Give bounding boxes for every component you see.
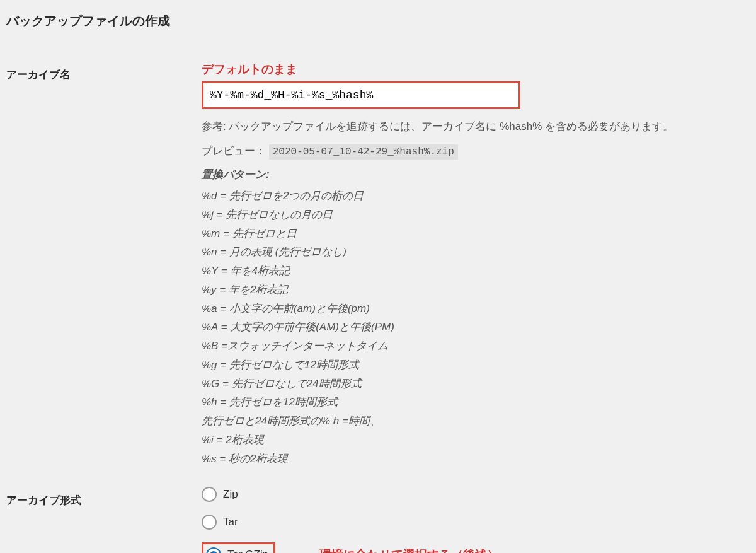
radio-tar-label: Tar <box>223 516 238 528</box>
archive-format-radio-group: Zip Tar Tar GZip 環境に合わせて選択する（後述） <box>202 487 750 553</box>
archive-name-content: デフォルトのまま 参考: バックアップファイルを追跡するには、アーカイブ名に %… <box>202 61 750 468</box>
pattern-item: %i = 2桁表現 <box>202 431 750 450</box>
pattern-list: %d = 先行ゼロを2つの月の桁の日 %j = 先行ゼロなしの月の日 %m = … <box>202 187 750 468</box>
radio-tar[interactable] <box>202 515 217 530</box>
radio-targzip[interactable] <box>206 547 221 553</box>
archive-name-row: アーカイブ名 デフォルトのまま 参考: バックアップファイルを追跡するには、アー… <box>6 61 750 468</box>
pattern-item: %g = 先行ゼロなしで12時間形式 <box>202 356 750 375</box>
pattern-item: %B =スウォッチインターネットタイム <box>202 337 750 356</box>
pattern-item: %G = 先行ゼロなしで24時間形式 <box>202 375 750 393</box>
archive-name-help: 参考: バックアップファイルを追跡するには、アーカイブ名に %hash% を含め… <box>202 118 750 135</box>
pattern-item: %h = 先行ゼロを12時間形式 <box>202 393 750 412</box>
pattern-item: %m = 先行ゼロと日 <box>202 224 750 243</box>
radio-zip[interactable] <box>202 487 217 502</box>
archive-format-label: アーカイブ形式 <box>6 487 202 508</box>
archive-format-content: Zip Tar Tar GZip 環境に合わせて選択する（後述） <box>202 487 750 553</box>
preview-label: プレビュー： <box>202 145 266 157</box>
pattern-item: %s = 秒の2桁表現 <box>202 450 750 469</box>
pattern-item: %d = 先行ゼロを2つの月の桁の日 <box>202 187 750 206</box>
pattern-item: 先行ゼロと24時間形式の% h =時間、 <box>202 412 750 431</box>
pattern-item: %Y = 年を4桁表記 <box>202 262 750 281</box>
archive-format-row: アーカイブ形式 Zip Tar Tar GZip 環境に合わせて選択する（後述） <box>6 487 750 553</box>
annotation-default: デフォルトのまま <box>202 61 750 78</box>
pattern-item: %A = 大文字の午前午後(AM)と午後(PM) <box>202 318 750 337</box>
pattern-item: %a = 小文字の午前(am)と午後(pm) <box>202 300 750 318</box>
radio-targzip-label: Tar GZip <box>227 549 268 553</box>
pattern-item: %n = 月の表現 (先行ゼロなし) <box>202 243 750 262</box>
radio-item-zip[interactable]: Zip <box>202 487 750 502</box>
archive-name-label: アーカイブ名 <box>6 61 202 82</box>
archive-name-input-highlight <box>202 81 520 109</box>
radio-row-targzip: Tar GZip 環境に合わせて選択する（後述） <box>202 542 750 553</box>
section-title: バックアップファイルの作成 <box>6 13 750 30</box>
radio-item-targzip-highlight[interactable]: Tar GZip <box>202 542 275 553</box>
annotation-environment: 環境に合わせて選択する（後述） <box>319 547 499 553</box>
pattern-item: %j = 先行ゼロなしの月の日 <box>202 206 750 224</box>
radio-zip-label: Zip <box>223 488 238 501</box>
preview-value: 2020-05-07_10-42-29_%hash%.zip <box>269 144 458 160</box>
pattern-item: %y = 年を2桁表記 <box>202 281 750 300</box>
pattern-header: 置換パターン: <box>202 167 750 182</box>
archive-name-input[interactable] <box>203 83 518 107</box>
preview-line: プレビュー： 2020-05-07_10-42-29_%hash%.zip <box>202 144 750 158</box>
radio-item-tar[interactable]: Tar <box>202 515 750 530</box>
